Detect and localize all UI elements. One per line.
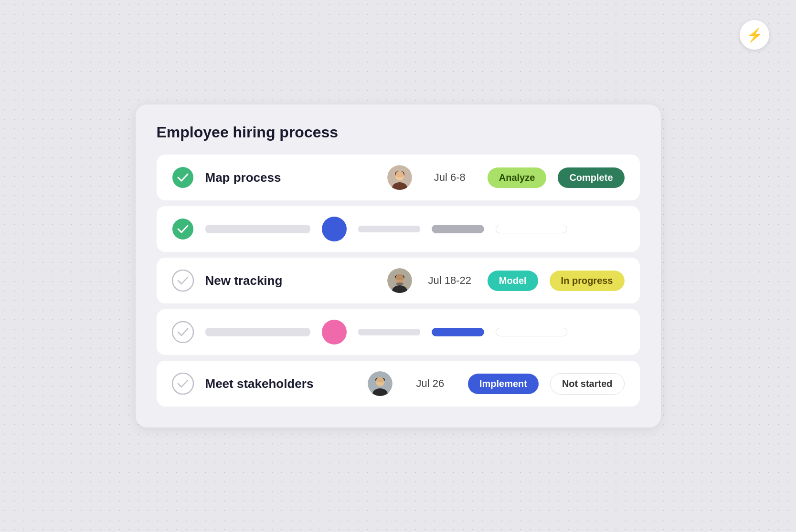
lightning-button[interactable]: ⚡	[740, 20, 769, 50]
task-name: Meet stakeholders	[205, 376, 356, 391]
svg-point-15	[172, 373, 193, 394]
task-row[interactable]: New tracking Jul 18-22 Model In progress	[157, 258, 640, 303]
svg-point-7	[172, 270, 193, 291]
tag-not-started: Not started	[550, 373, 625, 395]
task-row[interactable]	[157, 206, 640, 252]
lightning-icon: ⚡	[746, 27, 763, 43]
main-card: Employee hiring process Map process Jul …	[136, 104, 661, 428]
tag-bar	[496, 328, 567, 336]
date-text: Jul 18-22	[424, 274, 476, 287]
tag-bar	[496, 225, 567, 233]
svg-point-20	[376, 377, 384, 386]
svg-point-5	[395, 171, 404, 180]
task-row[interactable]: Meet stakeholders Jul 26 Implement Not s…	[157, 361, 640, 407]
svg-point-0	[172, 167, 193, 188]
task-row[interactable]: Map process Jul 6-8 Analyze Complete	[157, 155, 640, 200]
task-name-bar	[205, 328, 310, 336]
date-bar	[358, 226, 420, 232]
tag-analyze: Analyze	[488, 167, 547, 188]
svg-point-6	[172, 219, 193, 240]
check-icon	[172, 270, 194, 292]
tag-bar	[432, 328, 484, 336]
avatar-asian-man	[368, 371, 393, 396]
task-row[interactable]	[157, 309, 640, 355]
avatar-man	[387, 268, 412, 293]
date-text: Jul 26	[404, 377, 456, 390]
check-icon	[172, 373, 194, 395]
tag-in-progress: In progress	[550, 271, 625, 291]
tag-bar	[432, 225, 484, 233]
svg-point-14	[172, 322, 193, 343]
date-text: Jul 6-8	[424, 171, 476, 184]
date-bar	[358, 329, 420, 335]
check-icon	[172, 321, 194, 343]
task-name-bar	[205, 225, 310, 233]
svg-point-12	[395, 274, 404, 283]
avatar-woman	[387, 165, 412, 190]
task-list: Map process Jul 6-8 Analyze Complete New…	[157, 155, 640, 407]
task-name: Map process	[205, 170, 376, 185]
check-icon	[172, 167, 194, 188]
tag-complete: Complete	[558, 167, 624, 188]
avatar-circle-blue	[322, 217, 347, 241]
page-title: Employee hiring process	[157, 124, 640, 141]
tag-model: Model	[488, 271, 538, 291]
svg-point-13	[396, 282, 403, 285]
avatar-circle-pink	[322, 320, 347, 344]
tag-implement: Implement	[468, 374, 539, 394]
task-name: New tracking	[205, 273, 376, 288]
check-icon	[172, 218, 194, 240]
